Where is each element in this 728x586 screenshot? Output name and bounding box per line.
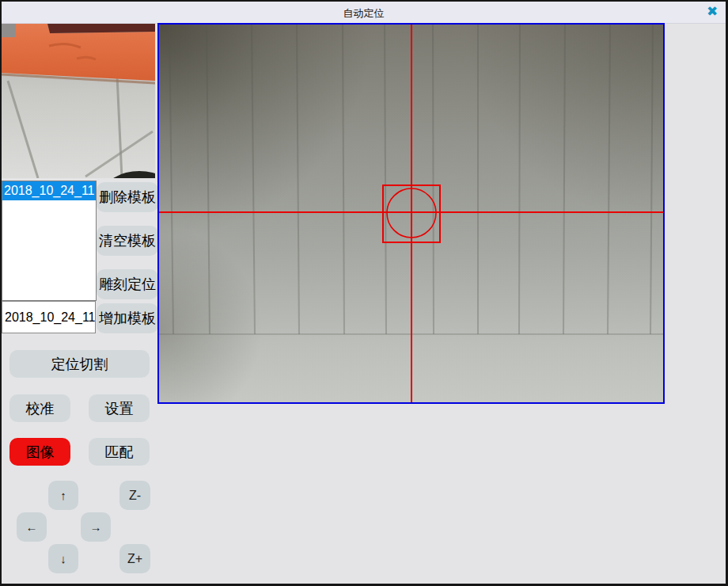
- up-arrow-icon: ↑: [60, 489, 66, 502]
- template-list: 2018_10_24_11: [2, 181, 97, 301]
- jog-down-button[interactable]: ↓: [48, 544, 78, 573]
- close-icon[interactable]: ✖: [704, 4, 720, 20]
- down-arrow-icon: ↓: [60, 552, 66, 565]
- auto-position-window: 自动定位 ✖: [0, 0, 728, 586]
- position-cut-button[interactable]: 定位切割: [9, 350, 150, 378]
- jog-z-plus-button[interactable]: Z+: [119, 544, 150, 573]
- jog-right-button[interactable]: →: [81, 512, 111, 542]
- camera-view[interactable]: [157, 23, 665, 404]
- left-arrow-icon: ←: [26, 520, 38, 534]
- template-name-input[interactable]: [2, 301, 96, 333]
- calibrate-button[interactable]: 校准: [9, 394, 70, 422]
- window-title: 自动定位: [2, 6, 726, 21]
- engrave-position-button[interactable]: 雕刻定位: [97, 269, 158, 299]
- jog-up-button[interactable]: ↑: [48, 481, 78, 510]
- template-list-item[interactable]: 2018_10_24_11: [2, 181, 96, 200]
- titlebar: 自动定位 ✖: [2, 2, 726, 24]
- jog-z-minus-button[interactable]: Z-: [119, 481, 150, 510]
- clear-templates-button[interactable]: 清空模板: [97, 226, 158, 256]
- jog-left-button[interactable]: ←: [17, 512, 47, 542]
- settings-button[interactable]: 设置: [89, 394, 150, 422]
- right-arrow-icon: →: [90, 520, 102, 534]
- add-template-button[interactable]: 增加模板: [97, 303, 158, 333]
- delete-template-button[interactable]: 删除模板: [97, 182, 158, 212]
- window-body: 自动定位 ✖: [2, 2, 726, 584]
- template-preview-image: [2, 24, 155, 178]
- image-button[interactable]: 图像: [9, 438, 70, 466]
- match-button[interactable]: 匹配: [89, 438, 150, 466]
